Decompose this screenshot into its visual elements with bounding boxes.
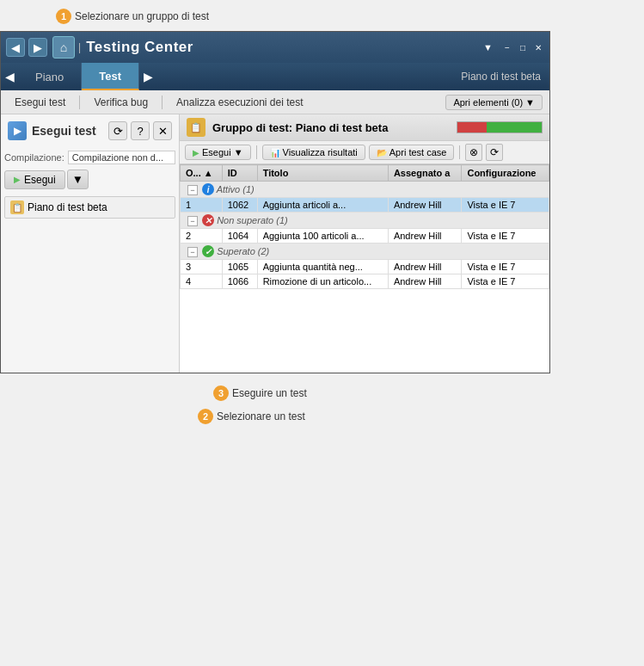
callout-text-3: Eseguire un test [232, 387, 307, 399]
cell-id: 1062 [222, 198, 257, 213]
toolbar-apri-button[interactable]: 📂 Apri test case [369, 145, 455, 160]
expand-pass[interactable]: − [187, 247, 198, 257]
callout-3: 3 Eseguire un test [213, 385, 307, 401]
col-id: ID [222, 165, 257, 182]
toolbar-apri-label: Apri test case [389, 147, 447, 157]
cell-order: 3 [181, 260, 223, 274]
menu-esegui-test[interactable]: Esegui test [8, 94, 72, 111]
toolbar-visualizza-button[interactable]: 📊 Visualizza risultati [262, 145, 365, 160]
tb-sep-1 [256, 145, 257, 159]
esegui-button[interactable]: ▶ Esegui [4, 170, 65, 189]
title-dropdown[interactable]: ▼ [483, 42, 493, 52]
cell-config: Vista e IE 7 [462, 229, 549, 244]
open-items-button[interactable]: Apri elementi (0) ▼ [445, 95, 543, 110]
esegui-row: ▶ Esegui ▼ [4, 170, 175, 189]
callout-badge-3: 3 [213, 385, 229, 401]
sidebar-item-piano-beta[interactable]: 📋 Piano di test beta [4, 196, 175, 219]
menu-bar: Esegui test Verifica bug Analizza esecuz… [1, 90, 549, 114]
esegui-label: Esegui [24, 174, 56, 186]
callout-text-2: Selezionare un test [217, 410, 305, 422]
cell-title: Aggiunta quantità neg... [257, 260, 388, 274]
callout-badge-2: 2 [198, 409, 213, 424]
forward-button[interactable]: ▶ [28, 38, 47, 57]
cell-assigned: Andrew Hill [388, 198, 462, 213]
menu-sep-2 [162, 96, 163, 109]
menu-right: Apri elementi (0) ▼ [445, 95, 543, 110]
cell-assigned: Andrew Hill [388, 274, 462, 289]
test-toolbar: ▶ Esegui ▼ 📊 Visualizza risultati 📂 Apri… [180, 141, 549, 164]
col-titolo: Titolo [257, 165, 388, 182]
app-title: Testing Center [86, 39, 483, 56]
main-content: ▶ Esegui test ⟳ ? ✕ Compilazione: Compil… [1, 114, 549, 373]
table-row[interactable]: 4 1066 Rimozione di un articolo... Andre… [181, 274, 549, 289]
cell-order: 4 [181, 274, 223, 289]
compilation-row: Compilazione: Compilazione non d... [4, 151, 175, 164]
menu-analizza[interactable]: Analizza esecuzioni dei test [169, 94, 310, 111]
cell-assigned: Andrew Hill [388, 260, 462, 274]
group-title: Gruppo di test: Piano di test beta [212, 121, 450, 134]
home-button[interactable]: ⌂ [52, 36, 75, 59]
cell-order: 2 [181, 229, 223, 244]
table-row[interactable]: 1 1062 Aggiunta articoli a... Andrew Hil… [181, 198, 549, 213]
tab-piano[interactable]: Piano [18, 63, 82, 90]
callout-2: 2 Selezionare un test [198, 409, 305, 424]
restore-button[interactable]: □ [517, 41, 529, 53]
progress-bar [457, 121, 543, 133]
group-row-fail: − ✕ Non superato (1) [181, 213, 549, 229]
menu-verifica-bug[interactable]: Verifica bug [87, 94, 155, 111]
close-window-button[interactable]: ✕ [532, 41, 544, 53]
cell-title: Aggiunta articoli a... [257, 198, 388, 213]
open-items-chevron-icon: ▼ [525, 97, 535, 108]
cell-id: 1065 [222, 260, 257, 274]
table-row[interactable]: 3 1065 Aggiunta quantità neg... Andrew H… [181, 260, 549, 274]
toolbar-esegui-dropdown: ▼ [234, 147, 243, 157]
cell-config: Vista e IE 7 [462, 260, 549, 274]
toolbar-esegui-label: Esegui [202, 147, 231, 157]
status-pass-icon: ✓ [202, 245, 214, 257]
toolbar-esegui-button[interactable]: ▶ Esegui ▼ [185, 145, 251, 160]
cell-order: 1 [181, 198, 223, 213]
nav-right-arrow[interactable]: ▶ [139, 63, 156, 90]
panel-refresh-btn[interactable]: ⟳ [108, 121, 127, 140]
progress-green [487, 122, 542, 133]
tb-sep-2 [459, 145, 460, 159]
panel-help-btn[interactable]: ? [131, 121, 150, 140]
status-fail-icon: ✕ [202, 214, 214, 226]
test-table-el: O... ▲ ID Titolo Assegnato a Configurazi… [180, 164, 549, 289]
panel-header-title: Esegui test [32, 124, 96, 138]
open-items-label: Apri elementi (0) [453, 97, 523, 108]
nav-tabs-bar: ◀ Piano Test ▶ Piano di test beta [1, 63, 549, 90]
group-label-pass: Superato (2) [217, 246, 269, 256]
minimize-button[interactable]: − [501, 41, 513, 53]
panel-close-btn[interactable]: ✕ [153, 121, 172, 140]
progress-red [457, 122, 487, 133]
cell-config: Vista e IE 7 [462, 274, 549, 289]
esegui-dropdown-button[interactable]: ▼ [67, 170, 89, 189]
tab-test[interactable]: Test [82, 63, 139, 90]
compilation-value: Compilazione non d... [68, 151, 175, 164]
window-controls: − □ ✕ [501, 41, 544, 53]
toolbar-visualizza-label: Visualizza risultati [283, 147, 358, 157]
right-panel: 📋 Gruppo di test: Piano di test beta ▶ E… [180, 114, 549, 373]
group-label-fail: Non superato (1) [217, 215, 288, 225]
group-icon: 📋 [187, 118, 205, 137]
test-table: O... ▲ ID Titolo Assegnato a Configurazi… [180, 164, 549, 373]
cell-title: Rimozione di un articolo... [257, 274, 388, 289]
col-config: Configurazione [462, 165, 549, 182]
nav-left-arrow[interactable]: ◀ [1, 63, 18, 90]
expand-fail[interactable]: − [187, 216, 198, 226]
tab-piano-beta: Piano di test beta [452, 63, 549, 90]
app-window: ◀ ▶ ⌂ | Testing Center ▼ − □ ✕ ◀ Piano T… [0, 31, 550, 373]
sidebar: ▶ Esegui test ⟳ ? ✕ Compilazione: Compil… [1, 114, 180, 373]
group-header: 📋 Gruppo di test: Piano di test beta [180, 114, 549, 141]
back-button[interactable]: ◀ [6, 38, 25, 57]
plan-icon: 📋 [10, 200, 24, 214]
group-label-attivo: Attivo (1) [217, 184, 255, 194]
table-row[interactable]: 2 1064 Aggiunta 100 articoli a... Andrew… [181, 229, 549, 244]
toolbar-stop-button[interactable]: ⊗ [465, 144, 482, 161]
expand-attivo[interactable]: − [187, 185, 198, 195]
status-active-icon: i [202, 183, 214, 195]
cell-assigned: Andrew Hill [388, 229, 462, 244]
toolbar-refresh-button[interactable]: ⟳ [486, 144, 503, 161]
panel-icon: ▶ [8, 121, 27, 140]
